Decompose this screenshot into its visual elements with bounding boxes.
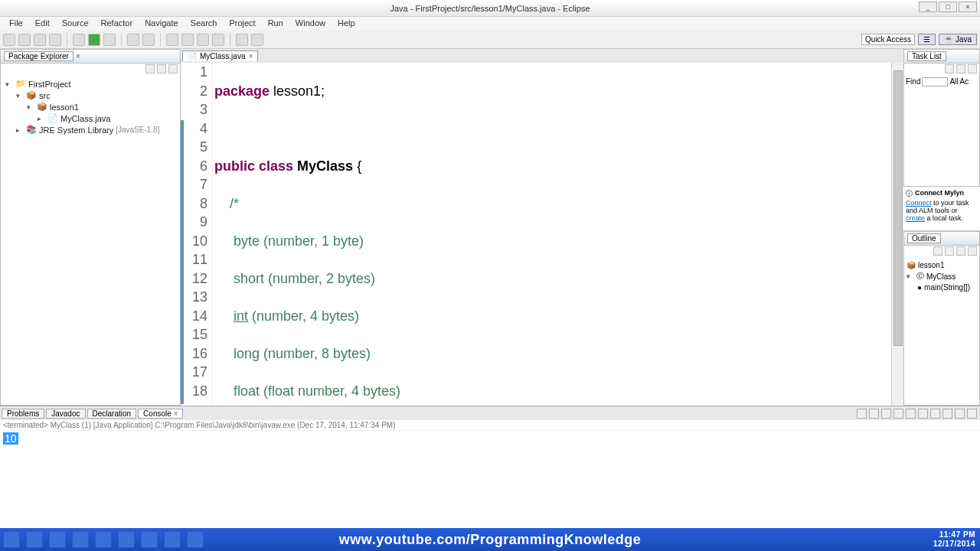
filter-all[interactable]: All xyxy=(949,77,958,86)
bottom-tabs: Problems Javadoc Declaration Console × xyxy=(0,406,980,420)
create-link[interactable]: create xyxy=(906,214,925,222)
run-icon[interactable] xyxy=(88,34,100,46)
console-output[interactable]: 10 xyxy=(0,431,980,446)
eclipse-icon[interactable] xyxy=(187,531,204,548)
menu-window[interactable]: Window xyxy=(289,17,332,31)
hide-static-icon[interactable] xyxy=(956,246,965,256)
find-input[interactable] xyxy=(922,77,948,86)
minimize-button[interactable]: _ xyxy=(919,2,937,12)
firefox-icon[interactable] xyxy=(141,531,158,548)
jre-node[interactable]: ▸📚 JRE System Library [JavaSE-1.8] xyxy=(5,124,175,135)
hide-fields-icon[interactable] xyxy=(945,246,954,256)
menu-edit[interactable]: Edit xyxy=(29,17,56,31)
view-menu-icon[interactable] xyxy=(968,246,977,256)
src-node[interactable]: ▾📦 src xyxy=(5,90,175,101)
menu-search[interactable]: Search xyxy=(185,17,224,31)
java-perspective[interactable]: ☕ Java xyxy=(939,34,977,45)
tab-declaration[interactable]: Declaration xyxy=(87,409,137,419)
explorer-icon[interactable] xyxy=(49,531,66,548)
scrollbar-thumb[interactable] xyxy=(893,70,903,346)
ie-icon[interactable] xyxy=(26,531,43,548)
mylyn-text: Connect to your task and ALM tools or cr… xyxy=(906,199,978,222)
close-icon[interactable]: × xyxy=(76,52,80,60)
clear-console-icon[interactable] xyxy=(893,409,903,419)
pin-console-icon[interactable] xyxy=(918,409,928,419)
outline-package[interactable]: 📦 lesson1 xyxy=(906,260,977,270)
project-node[interactable]: ▾📁 FirstProject xyxy=(5,78,175,90)
file-node[interactable]: ▸📄 MyClass.java xyxy=(5,112,175,124)
maximize-button[interactable]: □ xyxy=(939,2,957,12)
forward-icon[interactable] xyxy=(251,34,263,46)
menu-run[interactable]: Run xyxy=(262,17,289,31)
menu-project[interactable]: Project xyxy=(223,17,261,31)
menu-navigate[interactable]: Navigate xyxy=(139,17,184,31)
start-button-icon[interactable] xyxy=(3,531,20,548)
open-console-icon[interactable] xyxy=(942,409,952,419)
panel-header: Task List xyxy=(904,50,979,64)
view-menu-icon[interactable] xyxy=(168,64,178,73)
menu-source[interactable]: Source xyxy=(56,17,95,31)
scroll-lock-icon[interactable] xyxy=(906,409,916,419)
save-icon[interactable] xyxy=(18,34,31,46)
code-content[interactable]: package lesson1; public class MyClass { … xyxy=(213,63,873,406)
link-editor-icon[interactable] xyxy=(157,64,166,73)
maximize-view-icon[interactable] xyxy=(967,409,977,419)
window-title: Java - FirstProject/src/lesson1/MyClass.… xyxy=(390,4,590,13)
tab-problems[interactable]: Problems xyxy=(2,409,44,419)
collapse-all-icon[interactable] xyxy=(145,64,155,73)
connect-mylyn-panel: ⓘConnect Mylyn Connect to your task and … xyxy=(903,187,980,231)
new-icon[interactable] xyxy=(3,34,15,46)
right-column: Task List Find All Ac ⓘConnect Mylyn Con… xyxy=(903,49,980,406)
package-tree[interactable]: ▾📁 FirstProject ▾📦 src ▾📦 lesson1 ▸📄 MyC… xyxy=(1,76,180,138)
view-menu-icon[interactable] xyxy=(968,64,977,73)
amazon-icon[interactable] xyxy=(95,531,112,548)
connect-link[interactable]: Connect xyxy=(906,199,932,207)
panel-toolbar xyxy=(904,246,979,258)
editor-tab-myclass[interactable]: 📄 MyClass.java × xyxy=(182,51,258,61)
remove-all-icon[interactable] xyxy=(881,409,891,419)
info-icon: ⓘ xyxy=(906,189,913,199)
chrome-icon[interactable] xyxy=(164,531,181,548)
tab-javadoc[interactable]: Javadoc xyxy=(46,409,85,419)
close-button[interactable]: × xyxy=(959,2,977,12)
separator xyxy=(67,33,67,47)
system-clock[interactable]: 11:47 PM12/17/2014 xyxy=(933,530,975,549)
print-icon[interactable] xyxy=(49,34,61,46)
new-task-icon[interactable] xyxy=(945,64,954,73)
categorize-icon[interactable] xyxy=(956,64,965,73)
search-icon[interactable] xyxy=(181,34,194,46)
quick-access[interactable]: Quick Access xyxy=(861,34,915,45)
close-icon[interactable]: × xyxy=(174,409,178,418)
menu-refactor[interactable]: Refactor xyxy=(95,17,139,31)
back-icon[interactable] xyxy=(236,34,248,46)
debug-icon[interactable] xyxy=(73,34,85,46)
new-package-icon[interactable] xyxy=(127,34,139,46)
terminate-icon[interactable] xyxy=(857,409,867,419)
console-toolbar xyxy=(857,409,980,419)
close-tab-icon[interactable]: × xyxy=(248,52,253,60)
open-perspective-icon[interactable]: ☰ xyxy=(918,34,936,45)
excel-icon[interactable] xyxy=(72,531,89,548)
package-explorer-title: Package Explorer xyxy=(4,51,74,61)
open-type-icon[interactable] xyxy=(166,34,178,46)
tab-console[interactable]: Console × xyxy=(138,409,183,419)
package-node[interactable]: ▾📦 lesson1 xyxy=(5,101,175,112)
filter-ac[interactable]: Ac xyxy=(960,77,969,86)
menu-help[interactable]: Help xyxy=(332,17,361,31)
outline-method[interactable]: ● main(String[]) xyxy=(906,282,977,292)
display-selected-icon[interactable] xyxy=(930,409,940,419)
vertical-scrollbar[interactable] xyxy=(891,63,903,406)
toggle-block-icon[interactable] xyxy=(212,34,224,46)
code-editor[interactable]: 123 456 789 101112 131415 161718 package… xyxy=(181,63,903,406)
remove-launch-icon[interactable] xyxy=(869,409,879,419)
outline-tree[interactable]: 📦 lesson1 ▾Ⓒ MyClass ● main(String[]) xyxy=(904,258,979,295)
save-all-icon[interactable] xyxy=(34,34,46,46)
minimize-view-icon[interactable] xyxy=(955,409,965,419)
toggle-mark-icon[interactable] xyxy=(197,34,209,46)
menu-file[interactable]: File xyxy=(3,17,29,31)
outline-class[interactable]: ▾Ⓒ MyClass xyxy=(906,270,977,282)
new-class-icon[interactable] xyxy=(142,34,155,46)
app-icon[interactable] xyxy=(118,531,135,548)
sort-icon[interactable] xyxy=(933,246,942,256)
run-last-icon[interactable] xyxy=(103,34,116,46)
